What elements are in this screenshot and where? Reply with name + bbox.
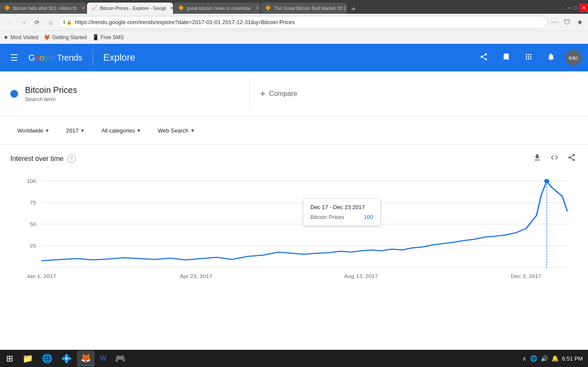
bookmark-icon-button[interactable] bbox=[498, 49, 514, 67]
bookmark-getting-started[interactable]: 🦊 Getting Started bbox=[43, 34, 87, 40]
tab-2-favicon: 📈 bbox=[91, 5, 97, 11]
home-button[interactable]: ⌂ bbox=[45, 16, 57, 28]
filter-year-label: 2017 bbox=[66, 127, 78, 134]
share-icon-button[interactable] bbox=[476, 49, 492, 67]
svg-text:50: 50 bbox=[30, 222, 36, 227]
lock-icon: ℹ 🔒 bbox=[63, 19, 72, 25]
bookmark-most-visited[interactable]: ★ Most Visited bbox=[3, 34, 38, 40]
svg-text:Apr 23, 2017: Apr 23, 2017 bbox=[180, 274, 213, 279]
help-icon: ? bbox=[70, 156, 73, 162]
svg-text:100: 100 bbox=[27, 179, 36, 184]
compare-label: Compare bbox=[269, 90, 297, 98]
taskbar-time: 6:51 PM bbox=[562, 355, 583, 362]
filter-categories-label: All categories bbox=[101, 127, 135, 134]
address-bar[interactable]: ℹ 🔒 https://trends.google.com/trends/exp… bbox=[59, 16, 548, 29]
tab-2-close[interactable]: ✕ bbox=[170, 5, 173, 11]
taskbar-file-explorer[interactable]: 📁 bbox=[19, 351, 37, 366]
tab-3-favicon: 🔶 bbox=[178, 5, 184, 11]
free-sms-label: Free SMS bbox=[101, 34, 124, 40]
header-divider bbox=[93, 50, 93, 65]
bookmark-star-button[interactable]: ★ bbox=[575, 16, 585, 28]
share-chart-button[interactable] bbox=[566, 151, 578, 166]
extensions-button[interactable]: ⋯ bbox=[549, 16, 560, 28]
store-icon: 💠 bbox=[61, 353, 72, 364]
notification-icon-button[interactable] bbox=[543, 49, 559, 67]
chart-section: Interest over time ? bbox=[0, 145, 588, 300]
tab-1-close[interactable]: ✕ bbox=[81, 5, 86, 11]
tab-3[interactable]: 🔶 great bitcoin news in novembe ✕ bbox=[174, 3, 260, 14]
start-button[interactable]: ⊞ bbox=[2, 351, 17, 366]
filter-categories[interactable]: All categories ▾ bbox=[94, 123, 147, 137]
svg-text:Aug 13, 2017: Aug 13, 2017 bbox=[344, 274, 378, 279]
filter-search-type-caret: ▾ bbox=[191, 127, 194, 134]
tab-3-label: great bitcoin news in novembe bbox=[187, 6, 251, 11]
compare-box[interactable]: + Compare bbox=[250, 78, 588, 109]
bookmarks-bar: ★ Most Visited 🦊 Getting Started 📱 Free … bbox=[0, 31, 588, 44]
minimize-button[interactable]: ─ bbox=[566, 4, 573, 11]
chart-help-button[interactable]: ? bbox=[67, 154, 76, 163]
taskbar-store[interactable]: 💠 bbox=[58, 351, 75, 366]
search-section: Bitcoin Prices Search term + Compare bbox=[0, 71, 588, 117]
compare-plus-icon: + bbox=[260, 88, 266, 99]
search-term-indicator bbox=[10, 90, 18, 98]
hamburger-menu-button[interactable]: ☰ bbox=[7, 49, 22, 66]
filter-categories-caret: ▾ bbox=[137, 127, 140, 134]
nav-tools: ⋯ 🛡 ★ bbox=[549, 16, 585, 28]
close-button[interactable]: ✕ bbox=[579, 3, 588, 12]
taskbar-edge[interactable]: 🌐 bbox=[38, 351, 56, 366]
explore-label: Explore bbox=[103, 52, 136, 63]
svg-text:Dec 3, 2017: Dec 3, 2017 bbox=[511, 274, 542, 279]
user-avatar[interactable]: toto bbox=[566, 50, 581, 65]
filter-year-caret: ▾ bbox=[81, 127, 84, 134]
taskbar-tray: ∧ 🌐 🔊 🔔 6:51 PM bbox=[522, 355, 586, 362]
network-icon[interactable]: 🌐 bbox=[530, 355, 537, 362]
maximize-button[interactable]: □ bbox=[573, 4, 579, 11]
filter-year[interactable]: 2017 ▾ bbox=[59, 123, 91, 137]
most-visited-label: Most Visited bbox=[10, 34, 38, 40]
taskbar-word[interactable]: W bbox=[96, 351, 110, 366]
tab-1-favicon: 🔶 bbox=[4, 5, 10, 11]
tab-2[interactable]: 📈 Bitcoin Prices - Explore - Googl ✕ bbox=[87, 3, 173, 14]
taskbar-firefox[interactable]: 🦊 bbox=[77, 351, 95, 366]
chart-header: Interest over time ? bbox=[10, 151, 578, 166]
page-content: ☰ Google Google TrendsTrends Explore bbox=[0, 44, 588, 350]
chart-tooltip: Dec 17 - Dec 23 2017 Bitcoin Prices 100 bbox=[303, 198, 381, 226]
logo-text: Google Google TrendsTrends bbox=[28, 53, 82, 63]
svg-point-10 bbox=[544, 179, 549, 183]
svg-text:75: 75 bbox=[30, 200, 36, 206]
filter-search-type-label: Web Search bbox=[158, 127, 188, 134]
word-icon: W bbox=[100, 355, 106, 362]
getting-started-label: Getting Started bbox=[52, 34, 87, 40]
taskbar: ⊞ 📁 🌐 💠 🦊 W 🎮 ∧ 🌐 🔊 🔔 6:51 PM bbox=[0, 350, 588, 367]
download-chart-button[interactable] bbox=[531, 151, 543, 166]
nav-bar: ← → ⟳ ⌂ ℹ 🔒 https://trends.google.com/tr… bbox=[0, 14, 588, 31]
embed-chart-button[interactable] bbox=[548, 151, 560, 166]
tooltip-term: Bitcoin Prices bbox=[310, 214, 344, 220]
chart-container: 100 75 50 25 Jan 1, 2017 Apr 23, 2017 Au… bbox=[10, 173, 578, 293]
tab-2-label: Bitcoin Prices - Explore - Googl bbox=[100, 6, 166, 11]
new-tab-button[interactable]: + bbox=[348, 5, 359, 14]
filter-search-type[interactable]: Web Search ▾ bbox=[151, 123, 201, 137]
notifications-icon[interactable]: 🔔 bbox=[551, 355, 559, 362]
refresh-button[interactable]: ⟳ bbox=[31, 16, 43, 28]
forward-button[interactable]: → bbox=[17, 16, 29, 28]
edge-icon: 🌐 bbox=[42, 353, 53, 364]
back-button[interactable]: ← bbox=[3, 16, 15, 28]
filter-worldwide-label: Worldwide bbox=[17, 127, 43, 134]
tab-3-close[interactable]: ✕ bbox=[255, 5, 260, 11]
getting-started-icon: 🦊 bbox=[43, 34, 50, 40]
filter-bar: Worldwide ▾ 2017 ▾ All categories ▾ Web … bbox=[0, 117, 588, 145]
game-icon: 🎮 bbox=[115, 353, 126, 364]
tab-1[interactable]: 🔶 Bitcoin falls after $31 million th ✕ bbox=[0, 3, 86, 14]
filter-worldwide[interactable]: Worldwide ▾ bbox=[10, 123, 56, 137]
tab-1-label: Bitcoin falls after $31 million th bbox=[13, 6, 77, 11]
tab-4[interactable]: 🔶 The Great Bitcoin Bull Market Of 2 ✕ bbox=[261, 3, 347, 14]
taskbar-game[interactable]: 🎮 bbox=[111, 351, 129, 366]
apps-icon-button[interactable] bbox=[521, 49, 536, 67]
volume-icon[interactable]: 🔊 bbox=[541, 355, 548, 362]
bookmark-free-sms[interactable]: 📱 Free SMS bbox=[92, 34, 124, 40]
tray-arrow-icon[interactable]: ∧ bbox=[522, 355, 526, 362]
search-term-type: Search term bbox=[25, 96, 77, 102]
pocket-button[interactable]: 🛡 bbox=[562, 17, 573, 28]
url-input[interactable]: https://trends.google.com/trends/explore… bbox=[75, 19, 543, 25]
